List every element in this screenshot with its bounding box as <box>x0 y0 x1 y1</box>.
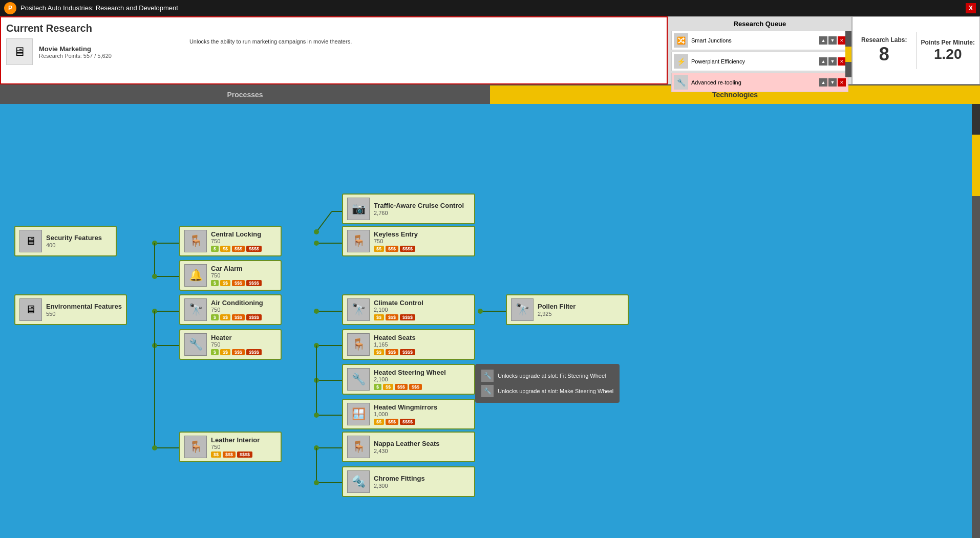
node-text-environmental: Environmental Features 550 <box>46 303 122 317</box>
node-environmental-features[interactable]: 🖥 Environmental Features 550 <box>14 294 127 325</box>
queue-item-3: 🔧 Advanced re-tooling ▲ ▼ ✕ <box>671 73 848 92</box>
node-leather-interior[interactable]: 🪑 Leather Interior 750 $$ $$$ $$$$ <box>179 432 282 462</box>
node-icon-heater: 🔧 <box>184 333 207 356</box>
prices-heated-seats: $$ $$$ $$$$ <box>374 349 470 355</box>
tooltip-item-1: 🔧 Unlocks upgrade at slot: Fit Steering … <box>481 368 613 383</box>
queue-controls-3: ▲ ▼ ✕ <box>819 78 846 87</box>
close-button[interactable]: X <box>966 3 976 13</box>
research-queue-heading: Research Queue <box>671 20 848 28</box>
queue-up-2[interactable]: ▲ <box>819 57 827 66</box>
node-security-features[interactable]: 🖥 Security Features 400 <box>14 226 117 256</box>
research-icon: 🖥 <box>6 38 33 65</box>
node-heated-seats[interactable]: 🪑 Heated Seats 1,165 $$ $$$ $$$$ <box>342 329 475 360</box>
node-icon-security: 🖥 <box>19 230 42 252</box>
node-icon-heated-steering: 🔧 <box>347 368 370 391</box>
node-icon-keyless-entry: 🪑 <box>347 230 370 252</box>
queue-icon-1: 🔀 <box>674 33 688 48</box>
queue-name-2: Powerplant Efficiency <box>691 58 816 64</box>
node-icon-environmental: 🖥 <box>19 298 42 321</box>
tooltip-icon-1: 🔧 <box>481 370 494 382</box>
queue-remove-3[interactable]: ✕ <box>838 78 846 87</box>
prices-climate-control: $$ $$$ $$$$ <box>374 314 470 320</box>
prices-air-conditioning: $ $$ $$$ $$$$ <box>211 314 276 320</box>
svg-point-19 <box>314 309 319 314</box>
node-icon-chrome-fittings: 🔩 <box>347 470 370 493</box>
tab-processes[interactable]: Processes <box>0 85 490 104</box>
node-heater[interactable]: 🔧 Heater 750 $ $$ $$$ $$$$ <box>179 329 282 360</box>
queue-controls-1: ▲ ▼ ✕ <box>819 36 846 45</box>
node-car-alarm[interactable]: 🔔 Car Alarm 750 $ $$ $$$ $$$$ <box>179 260 282 291</box>
research-name: Movie Marketing <box>39 45 112 53</box>
node-text-leather-interior: Leather Interior 750 $$ $$$ $$$$ <box>211 436 276 458</box>
node-heated-wingmirrors[interactable]: 🪟 Heated Wingmirrors 1,000 $$ $$$ $$$$ <box>342 399 475 429</box>
svg-point-26 <box>314 378 319 383</box>
queue-item-2: ⚡ Powerplant Efficiency ▲ ▼ ✕ <box>671 52 848 71</box>
node-icon-heated-wingmirrors: 🪟 <box>347 403 370 425</box>
node-nappa-leather[interactable]: 🪑 Nappa Leather Seats 2,430 <box>342 432 475 462</box>
queue-remove-1[interactable]: ✕ <box>838 36 846 45</box>
node-air-conditioning[interactable]: 🔭 Air Conditioning 750 $ $$ $$$ $$$$ <box>179 294 282 325</box>
queue-down-1[interactable]: ▼ <box>828 36 837 45</box>
title-bar: P Positech Auto Industries: Research and… <box>0 0 980 16</box>
connectors-svg <box>0 104 980 538</box>
node-icon-central-locking: 🪑 <box>184 230 207 252</box>
svg-point-9 <box>314 241 319 246</box>
node-climate-control[interactable]: 🔭 Climate Control 2,100 $$ $$$ $$$$ <box>342 294 475 325</box>
main-content: 🖥 Security Features 400 🖥 Environmental … <box>0 104 980 538</box>
research-points: Research Points: 557 / 5,620 <box>39 53 112 59</box>
queue-down-3[interactable]: ▼ <box>828 78 837 87</box>
svg-point-23 <box>314 343 319 348</box>
prices-heated-steering: $ $$ $$$ $$$ <box>374 384 470 390</box>
node-text-car-alarm: Car Alarm 750 $ $$ $$$ $$$$ <box>211 265 276 287</box>
svg-point-34 <box>314 480 319 485</box>
node-icon-leather-interior: 🪑 <box>184 436 207 458</box>
research-desc: Unlocks the ability to run marketing cam… <box>189 38 352 45</box>
node-heated-steering[interactable]: 🔧 Heated Steering Wheel 2,100 $ $$ $$$ $… <box>342 364 475 395</box>
svg-line-5 <box>316 211 332 232</box>
labs-value: 8 <box>879 44 889 65</box>
queue-up-1[interactable]: ▲ <box>819 36 827 45</box>
node-chrome-fittings[interactable]: 🔩 Chrome Fittings 2,300 <box>342 466 475 497</box>
prices-heated-wingmirrors: $$ $$$ $$$$ <box>374 419 470 425</box>
tooltip-text-2: Unlocks upgrade at slot: Make Steering W… <box>498 388 613 394</box>
scrollbar[interactable] <box>972 104 980 538</box>
prices-heater: $ $$ $$$ $$$$ <box>211 349 276 355</box>
current-research-heading: Current Research <box>6 23 662 34</box>
node-central-locking[interactable]: 🪑 Central Locking 750 $ $$ $$$ $$$$ <box>179 226 282 256</box>
node-text-climate-control: Climate Control 2,100 $$ $$$ $$$$ <box>374 299 470 321</box>
node-text-traffic-cruise: Traffic-Aware Cruise Control 2,760 <box>374 202 470 216</box>
queue-up-3[interactable]: ▲ <box>819 78 827 87</box>
queue-down-2[interactable]: ▼ <box>828 57 837 66</box>
scrollbar-yellow <box>972 135 980 196</box>
svg-point-29 <box>314 413 319 418</box>
node-icon-traffic-cruise: 📷 <box>347 198 370 220</box>
labs-cell-right: Points Per Minute: 1.20 <box>917 32 980 69</box>
svg-point-1 <box>152 241 157 246</box>
queue-remove-2[interactable]: ✕ <box>838 57 846 66</box>
research-info: Movie Marketing Research Points: 557 / 5… <box>39 45 112 59</box>
top-panel: Current Research 🖥 Movie Marketing Resea… <box>0 16 980 85</box>
node-text-chrome-fittings: Chrome Fittings 2,300 <box>374 475 470 489</box>
node-text-air-conditioning: Air Conditioning 750 $ $$ $$$ $$$$ <box>211 299 276 321</box>
tooltip-icon-2: 🔧 <box>481 385 494 397</box>
tooltip-item-2: 🔧 Unlocks upgrade at slot: Make Steering… <box>481 383 613 399</box>
current-research-panel: Current Research 🖥 Movie Marketing Resea… <box>0 16 668 84</box>
node-text-nappa-leather: Nappa Leather Seats 2,430 <box>374 440 470 454</box>
node-icon-pollen-filter: 🔭 <box>511 298 534 321</box>
node-traffic-cruise[interactable]: 📷 Traffic-Aware Cruise Control 2,760 <box>342 193 475 224</box>
node-text-heated-wingmirrors: Heated Wingmirrors 1,000 $$ $$$ $$$$ <box>374 403 470 425</box>
scrollbar-thumb[interactable] <box>972 104 980 135</box>
node-pollen-filter[interactable]: 🔭 Pollen Filter 2,925 <box>506 294 629 325</box>
node-keyless-entry[interactable]: 🪑 Keyless Entry 750 $$ $$$ $$$$ <box>342 226 475 256</box>
labs-cell-left: Research Labs: 8 <box>853 32 917 69</box>
node-icon-nappa-leather: 🪑 <box>347 436 370 458</box>
heated-steering-tooltip: 🔧 Unlocks upgrade at slot: Fit Steering … <box>475 364 620 403</box>
app-logo: P <box>4 2 16 14</box>
prices-central-locking: $ $$ $$$ $$$$ <box>211 246 276 252</box>
tooltip-text-1: Unlocks upgrade at slot: Fit Steering Wh… <box>498 373 606 379</box>
labs-label: Research Labs: <box>861 36 907 44</box>
node-icon-climate-control: 🔭 <box>347 298 370 321</box>
node-text-heated-steering: Heated Steering Wheel 2,100 $ $$ $$$ $$$ <box>374 369 470 391</box>
node-icon-car-alarm: 🔔 <box>184 264 207 287</box>
svg-point-14 <box>152 343 157 348</box>
